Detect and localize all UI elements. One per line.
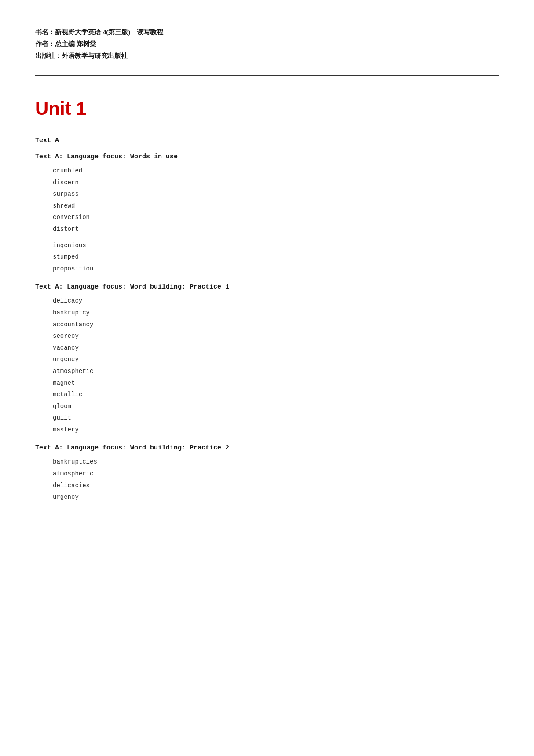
word-item: guilt [53,412,499,424]
word-item: conversion [53,212,499,223]
word-list-words_in_use_group2: ingeniousstumpedproposition [53,240,499,275]
book-author-value: 总主编 郑树棠 [55,40,96,47]
book-author-line: 作者：总主编 郑树棠 [35,38,499,50]
word-item: discern [53,177,499,189]
word-item: gloom [53,401,499,413]
word-item: delicacies [53,480,499,492]
unit-title: Unit 1 [35,98,499,119]
book-publisher-label: 出版社： [35,52,62,59]
book-author-label: 作者： [35,40,55,47]
section-header-text_a_words_in_use: Text A: Language focus: Words in use [35,153,499,161]
word-item: urgency [53,491,499,503]
word-item: distort [53,223,499,235]
word-item: atmospheric [53,468,499,480]
book-info: 书名：新视野大学英语 4(第三版)—读写教程 作者：总主编 郑树棠 出版社：外语… [35,26,499,62]
content-sections: Text AText A: Language focus: Words in u… [35,137,499,503]
word-item: bankruptcies [53,456,499,468]
word-item: secrecy [53,330,499,342]
word-item: crumbled [53,165,499,177]
book-title-line: 书名：新视野大学英语 4(第三版)—读写教程 [35,26,499,38]
word-item: metallic [53,389,499,401]
section-header-text_a_word_building_1: Text A: Language focus: Word building: P… [35,283,499,291]
word-item: atmospheric [53,365,499,377]
word-item: stumped [53,251,499,263]
word-item: surpass [53,188,499,200]
header-divider [35,75,499,76]
word-list-words_in_use_group1: crumbleddiscernsurpassshrewdconversiondi… [53,165,499,235]
word-item: bankruptcy [53,307,499,319]
word-item: accountancy [53,319,499,331]
section-header-text_a_header: Text A [35,137,499,144]
word-list-word_building_1_words: delicacybankruptcyaccountancysecrecyvaca… [53,295,499,435]
word-item: delicacy [53,295,499,307]
word-item: proposition [53,263,499,275]
word-item: mastery [53,424,499,436]
word-item: vacancy [53,342,499,354]
word-item: ingenious [53,240,499,252]
book-publisher-value: 外语教学与研究出版社 [62,52,128,59]
word-list-word_building_2_words: bankruptciesatmosphericdelicaciesurgency [53,456,499,503]
word-item: urgency [53,354,499,365]
word-item: magnet [53,377,499,389]
book-title-label: 书名： [35,29,55,36]
section-header-text_a_word_building_2: Text A: Language focus: Word building: P… [35,444,499,452]
word-item: shrewd [53,200,499,212]
book-publisher-line: 出版社：外语教学与研究出版社 [35,50,499,62]
book-title-value: 新视野大学英语 4(第三版)—读写教程 [55,29,163,36]
